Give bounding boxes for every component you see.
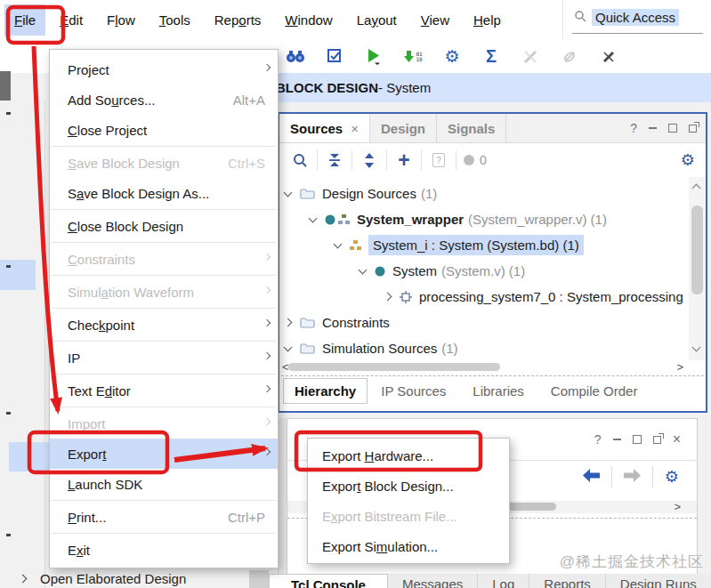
scroll-down-icon[interactable] xyxy=(693,338,699,353)
menu-item-label: Export Simulation... xyxy=(322,539,438,554)
tab-libraries[interactable]: Libraries xyxy=(459,378,537,404)
menubar-view[interactable]: View xyxy=(411,4,459,36)
scroll-right-icon[interactable]: > xyxy=(674,500,681,513)
close-icon[interactable]: × xyxy=(673,435,681,444)
menu-item-project[interactable]: Project xyxy=(50,54,278,85)
tab-reports[interactable]: Reports xyxy=(529,574,606,588)
menu-item-text-editor[interactable]: Text Editor xyxy=(50,375,278,406)
settings-gear-icon[interactable]: ⚙ xyxy=(441,46,463,68)
scroll-up-icon[interactable] xyxy=(693,179,699,194)
menubar-reports-label: Reports xyxy=(214,12,262,28)
menu-item-checkpoint[interactable]: Checkpoint xyxy=(50,310,278,340)
search-icon[interactable] xyxy=(290,149,310,171)
tree-row-system-wrapper[interactable]: System_wrapper (System_wrapper.v) (1) xyxy=(279,206,689,232)
menu-item-label: Export Bitstream File... xyxy=(322,509,457,524)
chevron-right-icon[interactable] xyxy=(284,318,293,327)
menu-item-exit[interactable]: Exit xyxy=(50,535,278,565)
menubar-window-label: Window xyxy=(285,12,332,28)
chevron-down-icon[interactable] xyxy=(284,188,293,197)
chevron-down-icon[interactable] xyxy=(309,213,318,222)
flow-item-open-elaborated-design[interactable]: Open Elaborated Design xyxy=(20,571,186,586)
tab-signals[interactable]: Signals xyxy=(437,114,506,142)
menu-item-close-block-design[interactable]: Close Block Design xyxy=(50,211,278,241)
minimize-icon[interactable] xyxy=(613,439,621,440)
chevron-down-icon[interactable] xyxy=(359,265,368,274)
gear-icon[interactable]: ⚙ xyxy=(681,150,695,170)
menu-item-close-project[interactable]: Close Project xyxy=(50,115,278,145)
binoculars-search-icon[interactable] xyxy=(285,46,306,68)
chevron-right-icon[interactable] xyxy=(384,293,392,302)
menubar-edit[interactable]: Edit xyxy=(50,4,93,36)
tick-mark xyxy=(6,534,11,536)
maximize-icon[interactable] xyxy=(633,435,642,444)
insert-values-icon[interactable]: 0110 xyxy=(402,46,424,68)
menubar-edit-label: Edit xyxy=(60,12,83,28)
quick-access-search[interactable]: Quick Access xyxy=(562,0,710,40)
menu-item-ip[interactable]: IP xyxy=(50,342,278,373)
chevron-down-icon[interactable] xyxy=(284,342,293,351)
tab-hierarchy[interactable]: Hierarchy xyxy=(283,378,368,404)
tab-tcl-console[interactable]: Tcl Console xyxy=(269,574,388,588)
validate-checkbox-icon[interactable] xyxy=(324,46,345,68)
sources-bottom-tabs: Hierarchy IP Sources Libraries Compile O… xyxy=(279,376,706,406)
menu-item-export-hardware[interactable]: Export Hardware... xyxy=(308,440,509,471)
float-icon[interactable] xyxy=(689,125,697,133)
menu-item-save-block-design-as[interactable]: Save Block Design As... xyxy=(50,178,278,208)
tab-log[interactable]: Log xyxy=(478,574,529,588)
tab-design-runs[interactable]: Design Runs xyxy=(606,574,711,588)
maximize-icon[interactable] xyxy=(668,124,677,133)
help-icon[interactable]: ? xyxy=(594,432,602,447)
horizontal-scrollbar[interactable]: < > xyxy=(279,360,706,374)
tab-design[interactable]: Design xyxy=(370,114,437,142)
scroll-right-icon[interactable]: > xyxy=(676,360,683,374)
float-icon[interactable] xyxy=(653,436,661,444)
menu-item-add-sources[interactable]: Add Sources...Alt+A xyxy=(50,85,278,115)
gear-icon[interactable]: ⚙ xyxy=(665,467,679,487)
menu-item-print[interactable]: Print...Ctrl+P xyxy=(50,502,278,532)
tick-mark xyxy=(6,412,11,415)
minimize-icon[interactable] xyxy=(649,127,657,129)
back-arrow-icon[interactable] xyxy=(583,469,600,486)
menubar-window[interactable]: Window xyxy=(275,4,342,36)
tree-suffix: (1) xyxy=(421,186,437,201)
vertical-scrollbar[interactable] xyxy=(689,177,706,360)
menubar-layout[interactable]: Layout xyxy=(347,4,407,36)
tree-row-system[interactable]: System (System.v) (1) xyxy=(279,258,689,284)
divider xyxy=(611,466,612,487)
help-icon[interactable]: ? xyxy=(630,121,637,135)
submenu-arrow-icon xyxy=(263,319,271,326)
tree-row-processing-system[interactable]: processing_system7_0 : System_processing xyxy=(279,284,689,310)
menu-item-export-simulation[interactable]: Export Simulation... xyxy=(308,531,509,561)
divider xyxy=(652,466,653,487)
menu-item-export-block-design[interactable]: Export Block Design... xyxy=(308,471,509,501)
sources-panel: Sources × Design Signals ? + ? 0 xyxy=(278,112,707,413)
menu-item-export[interactable]: Export xyxy=(50,439,278,469)
menubar-tools[interactable]: Tools xyxy=(149,4,200,36)
menubar-flow[interactable]: Flow xyxy=(97,4,145,36)
tree-row-simulation-sources[interactable]: Simulation Sources (1) xyxy=(279,335,689,360)
menu-item-import: Import xyxy=(50,408,278,439)
tree-suffix: (System_wrapper.v) (1) xyxy=(468,212,607,227)
chevron-down-icon[interactable] xyxy=(334,239,343,248)
expand-all-icon[interactable] xyxy=(360,149,379,171)
menubar-reports[interactable]: Reports xyxy=(205,4,271,36)
scrollbar-thumb[interactable] xyxy=(691,205,703,294)
tab-compile-order[interactable]: Compile Order xyxy=(537,378,651,404)
unset-probe-icon[interactable] xyxy=(598,46,619,68)
scrollbar-thumb[interactable] xyxy=(288,363,500,371)
collapse-all-icon[interactable] xyxy=(325,149,344,171)
run-play-icon[interactable] xyxy=(363,46,384,68)
close-icon[interactable]: × xyxy=(351,121,359,136)
tree-row-constraints[interactable]: Constraints xyxy=(279,310,689,335)
add-sources-icon[interactable]: + xyxy=(394,149,414,171)
menubar-file[interactable]: File xyxy=(4,4,45,36)
panel-splitter[interactable] xyxy=(278,418,287,588)
tab-messages[interactable]: Messages xyxy=(388,574,478,588)
tree-row-design-sources[interactable]: Design Sources (1) xyxy=(279,181,689,206)
sum-sigma-icon[interactable]: Σ xyxy=(481,46,502,68)
tab-sources[interactable]: Sources × xyxy=(279,114,370,142)
menu-item-launch-sdk[interactable]: Launch SDK xyxy=(50,469,278,499)
tab-ip-sources[interactable]: IP Sources xyxy=(368,378,459,404)
menubar-help[interactable]: Help xyxy=(464,4,511,36)
tree-row-system-i[interactable]: System_i : System (System.bd) (1) xyxy=(279,232,689,258)
